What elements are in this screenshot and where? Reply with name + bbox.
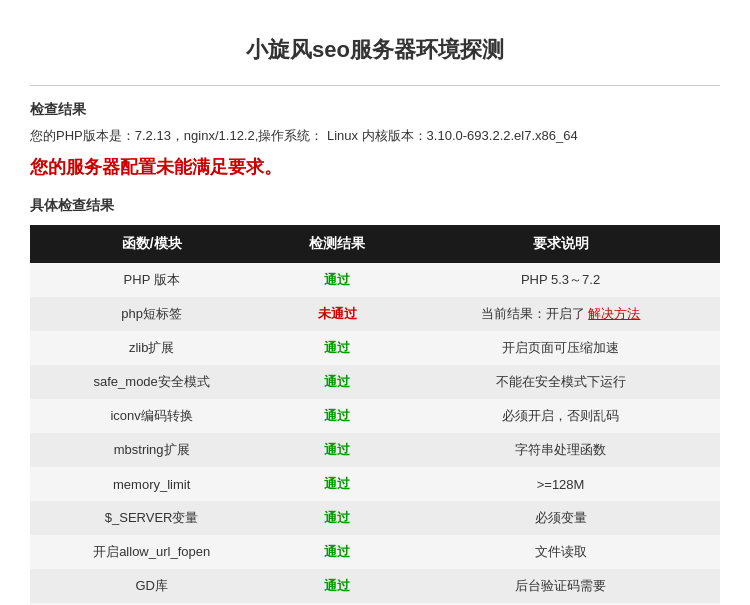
pass-indicator: 通过 bbox=[324, 374, 350, 389]
pass-indicator: 通过 bbox=[324, 578, 350, 593]
col-header-requirement: 要求说明 bbox=[401, 225, 720, 263]
pass-indicator: 通过 bbox=[324, 340, 350, 355]
cell-result: 通过 bbox=[273, 331, 401, 365]
cell-result: 通过 bbox=[273, 569, 401, 603]
cell-requirement: 当前结果：开启了 解决方法 bbox=[401, 297, 720, 331]
table-row: PHP 版本通过PHP 5.3～7.2 bbox=[30, 263, 720, 297]
col-header-result: 检测结果 bbox=[273, 225, 401, 263]
cell-result: 通过 bbox=[273, 263, 401, 297]
cell-requirement: PHP 5.3～7.2 bbox=[401, 263, 720, 297]
table-row: GD库通过后台验证码需要 bbox=[30, 569, 720, 603]
cell-requirement: 不能在安全模式下运行 bbox=[401, 365, 720, 399]
cell-function-name: zlib扩展 bbox=[30, 331, 273, 365]
cell-function-name: mbstring扩展 bbox=[30, 433, 273, 467]
cell-result: 通过 bbox=[273, 433, 401, 467]
table-row: $_SERVER变量通过必须变量 bbox=[30, 501, 720, 535]
cell-result: 通过 bbox=[273, 467, 401, 501]
table-header-row: 函数/模块 检测结果 要求说明 bbox=[30, 225, 720, 263]
cell-function-name: php短标签 bbox=[30, 297, 273, 331]
check-section-label: 检查结果 bbox=[30, 101, 720, 119]
cell-requirement: >=128M bbox=[401, 467, 720, 501]
detail-section-label: 具体检查结果 bbox=[30, 197, 720, 215]
cell-result: 通过 bbox=[273, 399, 401, 433]
pass-indicator: 通过 bbox=[324, 544, 350, 559]
cell-requirement: 必须开启，否则乱码 bbox=[401, 399, 720, 433]
warning-text: 您的服务器配置未能满足要求。 bbox=[30, 155, 720, 179]
cell-function-name: $_SERVER变量 bbox=[30, 501, 273, 535]
pass-indicator: 通过 bbox=[324, 408, 350, 423]
pass-indicator: 通过 bbox=[324, 272, 350, 287]
cell-result: 通过 bbox=[273, 501, 401, 535]
table-row: safe_mode安全模式通过不能在安全模式下运行 bbox=[30, 365, 720, 399]
divider-top bbox=[30, 85, 720, 86]
cell-requirement: 字符串处理函数 bbox=[401, 433, 720, 467]
cell-function-name: 开启allow_url_fopen bbox=[30, 535, 273, 569]
cell-requirement: 文件读取 bbox=[401, 535, 720, 569]
cell-function-name: PHP 版本 bbox=[30, 263, 273, 297]
page-wrapper: 小旋风seo服务器环境探测 检查结果 您的PHP版本是：7.2.13，nginx… bbox=[0, 0, 750, 605]
pass-indicator: 通过 bbox=[324, 510, 350, 525]
table-row: zlib扩展通过开启页面可压缩加速 bbox=[30, 331, 720, 365]
col-header-function: 函数/模块 bbox=[30, 225, 273, 263]
table-row: memory_limit通过>=128M bbox=[30, 467, 720, 501]
cell-result: 通过 bbox=[273, 535, 401, 569]
pass-indicator: 通过 bbox=[324, 476, 350, 491]
php-info-text: 您的PHP版本是：7.2.13，nginx/1.12.2,操作系统： Linux… bbox=[30, 127, 720, 145]
cell-result: 通过 bbox=[273, 365, 401, 399]
cell-result: 未通过 bbox=[273, 297, 401, 331]
fail-indicator: 未通过 bbox=[318, 306, 357, 321]
table-row: mbstring扩展通过字符串处理函数 bbox=[30, 433, 720, 467]
page-title: 小旋风seo服务器环境探测 bbox=[30, 20, 720, 80]
cell-requirement: 必须变量 bbox=[401, 501, 720, 535]
cell-function-name: safe_mode安全模式 bbox=[30, 365, 273, 399]
table-row: 开启allow_url_fopen通过文件读取 bbox=[30, 535, 720, 569]
cell-function-name: iconv编码转换 bbox=[30, 399, 273, 433]
cell-function-name: memory_limit bbox=[30, 467, 273, 501]
pass-indicator: 通过 bbox=[324, 442, 350, 457]
table-row: php短标签未通过当前结果：开启了 解决方法 bbox=[30, 297, 720, 331]
table-row: iconv编码转换通过必须开启，否则乱码 bbox=[30, 399, 720, 433]
cell-function-name: GD库 bbox=[30, 569, 273, 603]
cell-requirement: 后台验证码需要 bbox=[401, 569, 720, 603]
solution-link[interactable]: 解决方法 bbox=[588, 306, 640, 321]
cell-requirement: 开启页面可压缩加速 bbox=[401, 331, 720, 365]
check-table: 函数/模块 检测结果 要求说明 PHP 版本通过PHP 5.3～7.2php短标… bbox=[30, 225, 720, 605]
